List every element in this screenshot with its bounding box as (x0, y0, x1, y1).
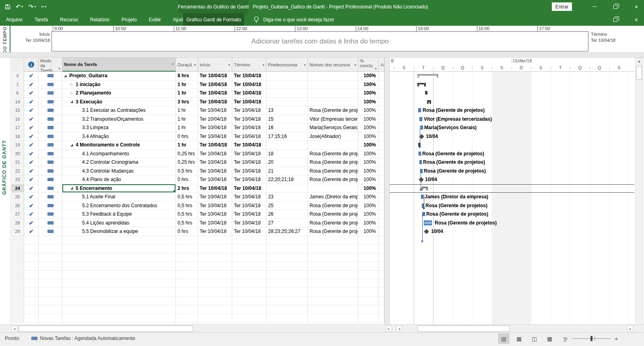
table-row[interactable]: 19✔◢4 Monitoramento e Controle1 hrTer 10… (11, 141, 384, 150)
collapse-toggle-icon[interactable]: ▷ (70, 91, 76, 95)
task-name[interactable]: 4 Monitoramento e Controle (76, 142, 140, 148)
gantt-row[interactable]: Rosa (Gerente de projetos) (390, 210, 634, 219)
table-row[interactable]: 26✔5.2 Encerramento dos Contratados0,5 h… (11, 202, 384, 210)
table-row[interactable]: 21✔4.2 Controlar Cronograma0,25 hrsTer 1… (11, 158, 384, 167)
dropdown-icon[interactable]: ▼ (262, 64, 265, 66)
header-finish[interactable]: Término▼ (232, 58, 266, 72)
summary-bar[interactable] (417, 83, 426, 84)
expand-toggle-icon[interactable]: ◢ (70, 100, 76, 103)
task-name[interactable]: 3.4 Afinação (82, 134, 109, 139)
table-row[interactable]: 23✔4.4 Plano de ação0 hrsTer 10/04/18Ter… (11, 175, 384, 184)
table-row-empty[interactable] (11, 288, 384, 297)
task-name[interactable]: 4.4 Plano de ação (82, 177, 121, 182)
dropdown-icon[interactable]: ▼ (303, 64, 306, 66)
gantt-row[interactable]: Vitor (Empresas tercerizadas) (390, 115, 634, 124)
zoom-in-icon[interactable]: + (615, 335, 618, 342)
ribbon-tab-exibir[interactable]: Exibir (143, 13, 167, 26)
table-row-empty[interactable] (11, 236, 384, 245)
timeline-bar[interactable]: Adicionar tarefas com datas à linha do t… (52, 31, 588, 51)
gantt-row[interactable]: Maria(Serviços Gerais) (390, 124, 634, 132)
table-row[interactable]: 16✔3.2 Transportes/Orçamentos1 hrTer 10/… (11, 115, 384, 124)
milestone-diamond[interactable] (419, 177, 424, 182)
dropdown-icon[interactable]: ▼ (354, 64, 357, 66)
gantt-row[interactable]: Rosa (Gerente de projetos) (390, 219, 634, 228)
table-row[interactable]: 1✔▷1 iniciação1 hrTer 10/04/18Ter 10/04/… (11, 80, 384, 89)
table-row[interactable]: 6✔▷2 Planejamento1 hrTer 10/04/18Ter 10/… (11, 89, 384, 98)
gantt-row[interactable]: Rosa (Gerente de projetos) (390, 202, 634, 210)
dropdown-icon[interactable]: ▼ (374, 67, 377, 70)
gantt-row[interactable]: Rosa (Gerente de projetos) (390, 106, 634, 115)
gantt-row[interactable]: Rosa (Gerente de projetos) (390, 167, 634, 176)
view-bar[interactable]: GRÁFICO DE GANTT (0, 58, 11, 324)
vertical-scrollbar[interactable]: ▲ ▼ (635, 58, 643, 330)
gantt-row[interactable]: Rosa (Gerente de projetos) (390, 150, 634, 159)
task-bar[interactable] (421, 126, 423, 130)
zoom-thumb[interactable] (590, 336, 592, 341)
table-row[interactable]: 28✔5.4 Lições aprendidas0,5 hrsTer 10/04… (11, 219, 384, 228)
table-row[interactable]: 0✔◢Projeto_Guitarra8 hrsTer 10/04/18Ter … (11, 72, 384, 80)
table-row[interactable]: 18✔3.4 Afinação0 hrsTer 10/04/18Ter 10/0… (11, 132, 384, 141)
table-row[interactable]: 20✔4.1 Acompanhamento0,25 hrsTer 10/04/1… (11, 150, 384, 159)
undo-button[interactable]: ↶▾ (16, 4, 23, 10)
status-new-tasks[interactable]: Novas Tarefas : Agendada Automaticamente (31, 336, 135, 341)
gantt-row[interactable]: 10/04 (390, 175, 634, 184)
task-name[interactable]: 5.1 Aceite Final (82, 194, 115, 200)
task-bar-highlighted[interactable] (424, 220, 432, 225)
gantt-row[interactable] (390, 72, 634, 80)
chart-timescale[interactable]: 815/Abr/18STQQSSDSTQQS (390, 58, 634, 72)
expand-toggle-icon[interactable]: ◢ (70, 143, 76, 147)
gantt-row[interactable] (390, 98, 634, 107)
zoom-out-icon[interactable]: − (564, 335, 568, 342)
summary-bar[interactable] (418, 143, 421, 146)
task-bar[interactable] (419, 152, 421, 156)
task-name[interactable]: 3.2 Transportes/Orçamentos (82, 116, 143, 122)
gantt-row[interactable]: 10/04 (390, 132, 634, 141)
task-bar[interactable] (418, 108, 421, 112)
gantt-row[interactable]: Rosa (Gerente de projetos) (390, 158, 634, 167)
restore-button[interactable] (611, 3, 620, 11)
zoom-track[interactable] (572, 338, 611, 339)
ribbon-tab-projeto[interactable]: Projeto (116, 13, 143, 26)
gantt-view-button[interactable]: ▤ (498, 334, 509, 344)
gantt-row[interactable] (390, 89, 634, 98)
redo-button[interactable]: ↷▾ (29, 4, 36, 10)
gantt-row[interactable]: James (Diretor da empresa) (390, 193, 634, 202)
customize-qat-icon[interactable]: ═▾ (41, 5, 46, 9)
table-row[interactable]: 25✔5.1 Aceite Final0,5 hrsTer 10/04/18Te… (11, 193, 384, 202)
team-planner-view-button[interactable]: ◫ (529, 334, 540, 344)
task-usage-view-button[interactable]: ▦ (514, 334, 524, 344)
ribbon-tab-arquivo[interactable]: Arquivo (0, 13, 29, 26)
vertical-scroll-thumb[interactable] (636, 66, 642, 80)
task-bar[interactable] (419, 160, 422, 164)
task-name[interactable]: 5.4 Lições aprendidas (82, 220, 129, 226)
header-percent-complete[interactable]: % conclu▼ (358, 58, 379, 72)
dropdown-icon[interactable]: ▼ (228, 64, 231, 66)
gantt-row[interactable] (390, 184, 634, 193)
task-name[interactable]: 1 iniciação (76, 82, 100, 87)
task-name[interactable]: 4.1 Acompanhamento (82, 151, 129, 157)
minimize-button[interactable] (590, 3, 599, 11)
task-name[interactable]: 3.3 Limpeza (82, 125, 108, 130)
header-predecessors[interactable]: Predecessoras▼ (266, 58, 308, 72)
close-ribbon-button[interactable]: × (632, 16, 641, 24)
header-task-name[interactable]: Nome da Tarefa▼ (62, 58, 176, 72)
task-name[interactable]: Projeto_Guitarra (69, 73, 107, 78)
table-scroll-left-icon[interactable]: ◂ (11, 325, 18, 332)
task-name[interactable]: 3 Execução (76, 99, 102, 105)
resource-sheet-view-button[interactable]: ▦ (544, 334, 555, 344)
task-bar[interactable] (421, 195, 423, 199)
table-row[interactable]: 17✔3.3 Limpeza1 hrTer 10/04/18Ter 10/04/… (11, 124, 384, 132)
expand-toggle-icon[interactable]: ◢ (64, 74, 69, 78)
chart-scroll-right-icon[interactable]: ▸ (627, 325, 634, 332)
summary-bar[interactable] (425, 91, 427, 95)
header-resource-names[interactable]: Nomes dos recursos▼ (308, 58, 358, 72)
table-row-empty[interactable] (11, 245, 384, 253)
expand-toggle-icon[interactable]: ◢ (70, 186, 76, 190)
table-row-empty[interactable] (11, 297, 384, 305)
sign-in-button[interactable]: Entrar (552, 2, 572, 11)
chart-scroll-thumb[interactable] (417, 325, 510, 332)
task-name[interactable]: 3.1 Executar as Contratações (82, 107, 146, 113)
project-summary-bar[interactable] (417, 74, 438, 76)
header-start[interactable]: Início▼ (198, 58, 232, 72)
table-row-empty[interactable] (11, 253, 384, 262)
